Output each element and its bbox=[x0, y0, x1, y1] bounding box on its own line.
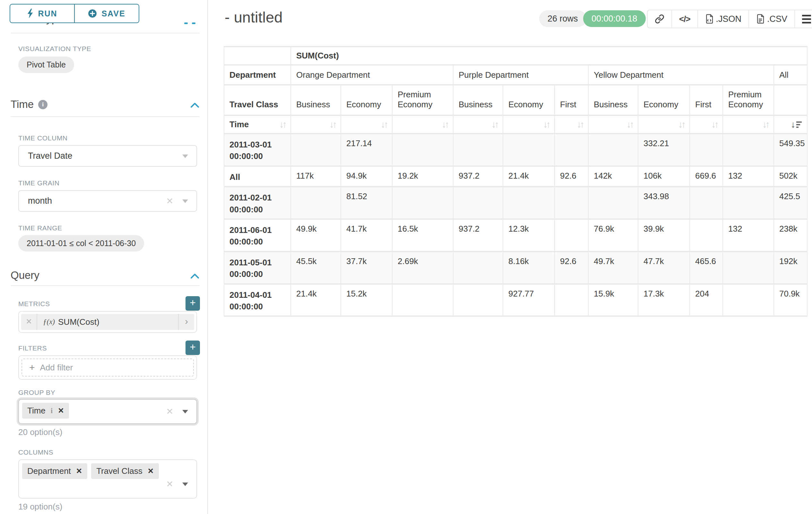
clear-icon[interactable]: ✕ bbox=[166, 479, 173, 489]
value-cell bbox=[503, 134, 555, 166]
table-row: 2011-05-01 00:00:0045.5k37.7k2.69k8.16k9… bbox=[224, 251, 807, 284]
value-cell: 106k bbox=[638, 166, 690, 187]
export-csv-label: .CSV bbox=[767, 14, 787, 24]
query-collapse-chevron-icon[interactable] bbox=[190, 273, 200, 279]
value-cell: 343.98 bbox=[638, 187, 690, 219]
table-row: 2011-06-01 00:00:0049.9k41.7k16.5k937.21… bbox=[224, 219, 807, 251]
filters-label: FILTERS bbox=[18, 344, 47, 352]
metric-pill[interactable]: ✕ ƒ(x) SUM(Cost) › bbox=[21, 314, 194, 330]
columns-select[interactable]: Department ✕ Travel Class ✕ ✕ bbox=[18, 459, 197, 498]
table-row: All117k94.9k19.2k937.221.4k92.6142k106k6… bbox=[224, 166, 807, 187]
columns-tag[interactable]: Department ✕ bbox=[22, 463, 87, 479]
group-by-select[interactable]: Time i ✕ ✕ bbox=[18, 399, 197, 424]
add-filter-label: Add filter bbox=[40, 363, 73, 373]
add-metric-button[interactable]: + bbox=[185, 296, 200, 310]
section-divider bbox=[10, 116, 200, 117]
value-cell: 15.2k bbox=[341, 284, 392, 317]
value-cell bbox=[723, 284, 774, 317]
view-query-button[interactable]: </> bbox=[671, 10, 697, 28]
value-cell bbox=[555, 284, 588, 317]
value-cell: 937.2 bbox=[453, 166, 503, 187]
chart-type-collapse-icon[interactable] bbox=[184, 23, 188, 24]
row-header: 2011-05-01 00:00:00 bbox=[224, 251, 291, 284]
value-cell bbox=[555, 134, 588, 166]
value-cell bbox=[392, 284, 453, 317]
table-row: 2011-04-01 00:00:0021.4k15.2k927.7715.9k… bbox=[224, 284, 807, 317]
section-divider bbox=[10, 285, 200, 286]
time-collapse-chevron-icon[interactable] bbox=[190, 102, 200, 108]
share-link-button[interactable] bbox=[648, 10, 671, 28]
remove-tag-icon[interactable]: ✕ bbox=[76, 467, 82, 476]
sort-toggle-icon[interactable]: ↓↑ bbox=[711, 119, 717, 130]
row-header: 2011-06-01 00:00:00 bbox=[224, 219, 291, 251]
department-group-header: Purple Department bbox=[453, 65, 588, 85]
sort-toggle-icon[interactable]: ↓↑ bbox=[279, 119, 285, 130]
row-count-badge: 26 rows bbox=[539, 10, 586, 27]
run-button[interactable]: RUN bbox=[10, 4, 74, 23]
chevron-down-icon bbox=[182, 199, 188, 203]
sort-toggle-icon[interactable]: ↓↑ bbox=[627, 119, 633, 130]
travel-class-header: First bbox=[555, 85, 588, 115]
pivot-table: SUM(Cost) DepartmentOrange DepartmentPur… bbox=[224, 46, 808, 317]
value-cell bbox=[723, 134, 774, 166]
clear-icon[interactable]: ✕ bbox=[166, 196, 173, 206]
visualization-type-pill[interactable]: Pivot Table bbox=[18, 57, 74, 73]
sort-toggle-icon[interactable]: ↓↑ bbox=[577, 119, 583, 130]
value-cell: 238k bbox=[774, 219, 807, 251]
sort-row: Time↓↑↓↑↓↑↓↑↓↑↓↑↓↑↓↑↓↑↓↑↓↑↓ bbox=[224, 115, 807, 134]
export-json-button[interactable]: .JSON bbox=[697, 10, 749, 28]
link-icon bbox=[655, 14, 664, 24]
value-cell: 669.6 bbox=[690, 166, 723, 187]
chevron-down-icon[interactable] bbox=[182, 483, 188, 486]
section-divider bbox=[10, 33, 200, 33]
sort-toggle-icon[interactable]: ↓↑ bbox=[762, 119, 768, 130]
group-by-tag[interactable]: Time i ✕ bbox=[22, 403, 69, 418]
sort-toggle-icon[interactable]: ↓↑ bbox=[678, 119, 684, 130]
menu-button[interactable] bbox=[794, 10, 812, 28]
tag-label: Travel Class bbox=[96, 466, 143, 476]
time-column-select[interactable]: Travel Date bbox=[18, 145, 197, 167]
row-header: 2011-03-01 00:00:00 bbox=[224, 134, 291, 166]
remove-metric-icon[interactable]: ✕ bbox=[21, 314, 37, 330]
time-range-pill[interactable]: 2011-01-01 ≤ col < 2011-06-30 bbox=[18, 235, 144, 251]
group-by-label: GROUP BY bbox=[18, 389, 55, 397]
sort-toggle-icon[interactable]: ↓↑ bbox=[329, 119, 336, 130]
value-cell bbox=[723, 187, 774, 219]
sort-toggle-icon[interactable]: ↓↑ bbox=[491, 119, 497, 130]
sort-toggle-icon[interactable]: ↓↑ bbox=[381, 119, 387, 130]
row-header: 2011-04-01 00:00:00 bbox=[224, 284, 291, 317]
value-cell: 2.69k bbox=[392, 251, 453, 284]
plus-icon: + bbox=[29, 362, 35, 373]
value-cell: 94.9k bbox=[341, 166, 392, 187]
remove-tag-icon[interactable]: ✕ bbox=[58, 406, 64, 415]
value-cell bbox=[588, 134, 638, 166]
time-grain-select[interactable]: month ✕ bbox=[18, 190, 197, 212]
value-cell: 16.5k bbox=[392, 219, 453, 251]
value-cell bbox=[453, 251, 503, 284]
sort-toggle-icon[interactable]: ↓↑ bbox=[543, 119, 549, 130]
value-cell: 465.6 bbox=[690, 251, 723, 284]
export-csv-button[interactable]: .CSV bbox=[749, 10, 794, 28]
visualization-type-label: VISUALIZATION TYPE bbox=[18, 45, 91, 53]
explore-control-panel: Chart Type RUN SAVE VISUALIZATION TYPE P… bbox=[0, 0, 208, 514]
remove-tag-icon[interactable]: ✕ bbox=[148, 467, 154, 476]
chevron-right-icon[interactable]: › bbox=[178, 314, 194, 330]
clear-icon[interactable]: ✕ bbox=[166, 406, 173, 417]
travel-class-header: Economy bbox=[341, 85, 392, 115]
chart-type-collapse-icon[interactable] bbox=[192, 23, 196, 24]
code-icon: </> bbox=[679, 14, 690, 24]
chevron-down-icon[interactable] bbox=[182, 410, 188, 413]
chart-title[interactable]: - untitled bbox=[225, 8, 283, 26]
value-cell bbox=[291, 187, 341, 219]
value-cell bbox=[453, 134, 503, 166]
value-cell: 19.2k bbox=[392, 166, 453, 187]
hamburger-icon bbox=[802, 15, 811, 23]
value-cell: 117k bbox=[291, 166, 341, 187]
add-filter-button[interactable]: + Add filter bbox=[22, 358, 194, 377]
save-button[interactable]: SAVE bbox=[74, 4, 139, 23]
sort-cell: ↓↑ bbox=[291, 115, 341, 134]
add-filter-plus-button[interactable]: + bbox=[185, 341, 200, 355]
sort-toggle-icon[interactable]: ↓↑ bbox=[442, 119, 448, 130]
columns-tag[interactable]: Travel Class ✕ bbox=[91, 463, 159, 479]
sort-descending-icon[interactable]: ↓ bbox=[791, 119, 802, 130]
